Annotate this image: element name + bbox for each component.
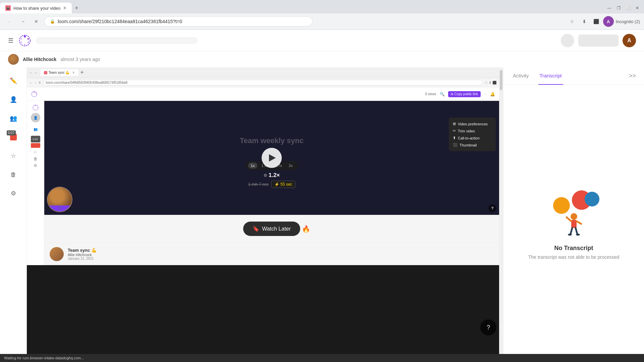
sidebar-item-team[interactable]: 👥	[5, 110, 21, 126]
scrollbar[interactable]	[499, 67, 503, 362]
inner-tab-close[interactable]: ✕	[72, 71, 75, 74]
inner-bell-icon[interactable]: 🔔	[490, 92, 495, 97]
svg-point-11	[35, 105, 36, 106]
sidebar-item-draw[interactable]: ✏️	[5, 73, 21, 89]
sidebar-item-user[interactable]: 👤	[5, 92, 21, 108]
svg-point-18	[568, 234, 572, 236]
download-button[interactable]: ⬇	[579, 16, 590, 27]
user-avatar[interactable]: A	[623, 34, 636, 47]
svg-point-2	[28, 38, 29, 40]
inner-sidebar-trash[interactable]: 🗑	[34, 157, 38, 161]
browser-tabs: 🎬 How to share your video ✕ + — ❐ ⬜ ✕	[0, 0, 644, 13]
inner-sidebar-time-container: 0:07	[31, 136, 40, 148]
inner-browser-bar: ← → Team sync 💪 ✕ +	[27, 67, 499, 78]
svg-line-16	[571, 228, 572, 234]
close-tab-btn[interactable]: ✕	[63, 6, 66, 10]
options-overlay: ⊞ Video preferences ✂ Trim video ⬆ Call-…	[449, 118, 496, 151]
tab-activity[interactable]: Activity	[512, 67, 530, 85]
sidebar-item-time[interactable]: 0:07	[5, 129, 21, 145]
inner-new-tab[interactable]: +	[80, 69, 84, 76]
browser-tab-active[interactable]: 🎬 How to share your video ✕	[0, 3, 72, 13]
no-transcript-illustration	[547, 188, 601, 238]
inner-sidebar-settings[interactable]: ⚙	[34, 163, 37, 168]
author-avatar	[8, 54, 19, 65]
new-tab-button[interactable]: +	[72, 3, 81, 13]
main-help-button[interactable]: ?	[480, 319, 496, 336]
video-area: ← → Team sync 💪 ✕ + ← → ✕ loom.com/share…	[27, 67, 503, 362]
speed-circle-icon: ⊙	[264, 173, 267, 178]
inner-video-title-overlay: Team weekly sync	[240, 136, 304, 145]
inner-sidebar-time: 0:07	[31, 136, 40, 142]
app-header: ☰ A	[0, 30, 644, 51]
inner-video-author: Allie Hitchcock	[68, 253, 97, 257]
svg-point-1	[24, 36, 26, 38]
reload-button[interactable]: ✕	[31, 16, 42, 27]
inner-nav-btns: ← → ✕	[30, 81, 41, 84]
search-input[interactable]	[36, 38, 197, 44]
inner-address-bar[interactable]: loom.com/share/04fb85839405408ea868f174f…	[43, 80, 483, 85]
speed-btn-1x[interactable]: 1x	[248, 163, 258, 169]
current-speed: 1.2×	[269, 172, 280, 179]
option-trim-video[interactable]: ✂ Trim video	[453, 127, 492, 134]
panel-content: No Transcript The transcript was not abl…	[503, 85, 644, 362]
browser-chrome: 🎬 How to share your video ✕ + — ❐ ⬜ ✕ ← …	[0, 0, 644, 30]
inner-toolbar-icons: ☆ ⬇ ⬛	[485, 81, 496, 84]
inner-page-frame: ← → Team sync 💪 ✕ + ← → ✕ loom.com/share…	[27, 67, 499, 362]
tab-transcript[interactable]: Transcript	[538, 67, 563, 85]
webcam-badge: 🎵	[48, 205, 72, 212]
restore-button[interactable]: ⬜	[624, 4, 632, 12]
hamburger-menu[interactable]: ☰	[8, 37, 13, 44]
sidebar-item-trash[interactable]: 🗑	[5, 167, 21, 183]
tab-favicon: 🎬	[5, 5, 11, 11]
sidebar-toggle-button[interactable]: ⬛	[591, 16, 602, 27]
inner-video-title-text: Team sync 💪	[68, 248, 97, 253]
status-bar: Waiting for rum.browser-intake-datadoghq…	[0, 354, 644, 362]
inner-sidebar-star[interactable]: ☆	[34, 150, 37, 155]
maximize-button[interactable]: ❐	[614, 4, 623, 12]
inner-address-row: ← → ✕ loom.com/share/04fb85839405408ea86…	[27, 78, 499, 87]
inner-content: 👤 👥 0:07 ☆ 🗑 ⚙	[27, 101, 499, 265]
incognito-avatar[interactable]: A	[603, 16, 614, 27]
header-placeholder-1	[561, 34, 574, 47]
inner-sidebar-avatar: 👤	[31, 113, 40, 122]
option-cta[interactable]: ⬆ Call-to-action	[453, 134, 492, 141]
inner-tab[interactable]: Team sync 💪 ✕	[41, 69, 78, 76]
forward-button[interactable]: →	[17, 16, 28, 27]
minimize-button[interactable]: —	[605, 4, 613, 12]
scissors-icon: ✂	[453, 129, 456, 133]
inner-copy-btn[interactable]: ⧉ Copy public link	[448, 91, 481, 97]
svg-point-3	[28, 42, 29, 43]
option-thumbnail[interactable]: ⬛ Thumbnail	[453, 141, 492, 148]
address-bar[interactable]: 🔒 loom.com/share/29f210bc12484eaa81ca462…	[44, 16, 313, 26]
scrollbar-thumb[interactable]	[500, 70, 502, 90]
inner-sidebar-logo	[32, 104, 39, 111]
inner-video-details: Team sync 💪 Allie Hitchcock January 21, …	[68, 248, 97, 260]
no-transcript-title: No Transcript	[554, 245, 593, 252]
speed-btn-2x[interactable]: 2x	[286, 163, 296, 169]
svg-line-14	[567, 217, 571, 221]
bookmark-button[interactable]: ☆	[567, 16, 578, 27]
back-button[interactable]: ←	[4, 16, 15, 27]
inner-search-icon[interactable]: 🔍	[440, 92, 445, 97]
header-actions: A	[561, 34, 636, 47]
close-button[interactable]: ✕	[633, 4, 641, 12]
toolbar-actions: ☆ ⬇ ⬛ A Incognito (2)	[567, 16, 640, 27]
bookmark-btn-icon: 🔖	[253, 226, 259, 232]
illustration-circle-blue	[585, 192, 599, 206]
header-placeholder-2	[578, 35, 619, 47]
flame-emoji: 🔥	[302, 225, 310, 233]
inner-more-btn[interactable]: ···	[484, 92, 487, 96]
inner-help-btn[interactable]: ?	[488, 204, 496, 212]
svg-line-15	[577, 221, 581, 224]
inner-play-button[interactable]	[262, 148, 282, 168]
panel-expand-button[interactable]: >>	[629, 72, 636, 79]
sidebar-item-settings[interactable]: ⚙	[5, 185, 21, 201]
inner-tab-title: Team sync 💪	[49, 71, 70, 74]
grid-icon: ⊞	[453, 122, 456, 126]
svg-line-17	[576, 228, 577, 234]
svg-point-19	[576, 234, 580, 236]
option-video-preferences[interactable]: ⊞ Video preferences	[453, 120, 492, 127]
svg-point-5	[21, 42, 22, 43]
watch-later-button[interactable]: 🔖 Watch Later	[243, 222, 300, 236]
sidebar-item-star[interactable]: ☆	[5, 148, 21, 164]
